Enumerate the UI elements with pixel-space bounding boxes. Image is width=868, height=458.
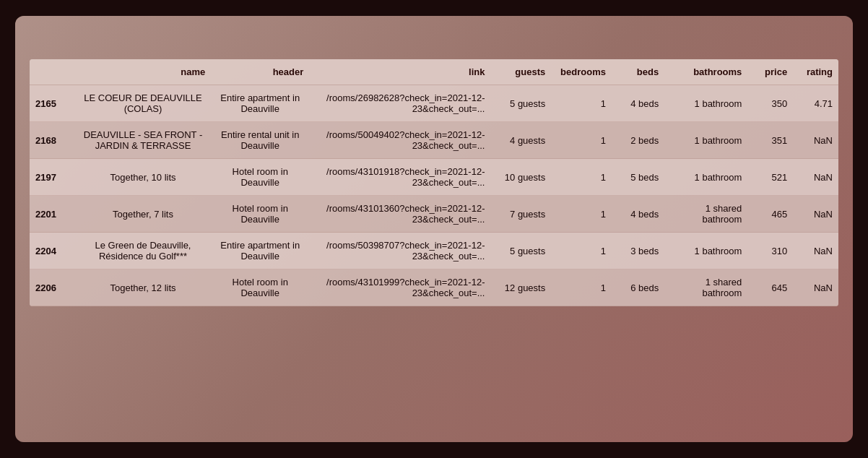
table-row: 2206Together, 12 litsHotel room in Deauv… [30, 269, 838, 306]
cell-row5-col2: Hotel room in Deauville [211, 269, 309, 306]
listings-table: name header link guests bedrooms beds ba… [30, 59, 838, 306]
cell-row1-col4: 4 guests [490, 122, 551, 159]
cell-row5-col0: 2206 [30, 269, 75, 306]
main-window: name header link guests bedrooms beds ba… [15, 16, 853, 442]
col-header-name: name [75, 59, 211, 85]
cell-row3-col5: 1 [551, 196, 612, 233]
col-header-bathrooms: bathrooms [664, 59, 747, 85]
cell-row0-col7: 1 bathroom [664, 85, 747, 122]
cell-row4-col8: 310 [747, 233, 793, 269]
cell-row4-col3: /rooms/50398707?check_in=2021-12-23&chec… [309, 233, 490, 269]
cell-row0-col2: Entire apartment in Deauville [211, 85, 309, 122]
cell-row2-col4: 10 guests [490, 159, 551, 196]
table-row: 2197Together, 10 litsHotel room in Deauv… [30, 159, 838, 196]
cell-row1-col1: DEAUVILLE - SEA FRONT - JARDIN & TERRASS… [75, 122, 211, 159]
cell-row4-col7: 1 bathroom [664, 233, 747, 269]
cell-row3-col4: 7 guests [490, 196, 551, 233]
cell-row5-col9: NaN [793, 269, 838, 306]
cell-row4-col4: 5 guests [490, 233, 551, 269]
cell-row0-col0: 2165 [30, 85, 75, 122]
col-header-header: header [211, 59, 309, 85]
col-header-link: link [309, 59, 490, 85]
cell-row0-col5: 1 [551, 85, 612, 122]
cell-row2-col2: Hotel room in Deauville [211, 159, 309, 196]
cell-row5-col5: 1 [551, 269, 612, 306]
col-header-guests: guests [490, 59, 551, 85]
cell-row0-col8: 350 [747, 85, 793, 122]
cell-row3-col2: Hotel room in Deauville [211, 196, 309, 233]
cell-row4-col6: 3 beds [612, 233, 664, 269]
cell-row4-col2: Entire apartment in Deauville [211, 233, 309, 269]
cell-row0-col6: 4 beds [612, 85, 664, 122]
cell-row5-col3: /rooms/43101999?check_in=2021-12-23&chec… [309, 269, 490, 306]
cell-row4-col9: NaN [793, 233, 838, 269]
cell-row2-col1: Together, 10 lits [75, 159, 211, 196]
cell-row2-col5: 1 [551, 159, 612, 196]
cell-row3-col1: Together, 7 lits [75, 196, 211, 233]
col-header-id [30, 59, 75, 85]
cell-row4-col5: 1 [551, 233, 612, 269]
col-header-beds: beds [612, 59, 664, 85]
cell-row5-col1: Together, 12 lits [75, 269, 211, 306]
cell-row1-col2: Entire rental unit in Deauville [211, 122, 309, 159]
cell-row2-col7: 1 bathroom [664, 159, 747, 196]
cell-row1-col9: NaN [793, 122, 838, 159]
cell-row4-col0: 2204 [30, 233, 75, 269]
cell-row0-col3: /rooms/26982628?check_in=2021-12-23&chec… [309, 85, 490, 122]
table-row: 2168DEAUVILLE - SEA FRONT - JARDIN & TER… [30, 122, 838, 159]
cell-row1-col5: 1 [551, 122, 612, 159]
cell-row1-col6: 2 beds [612, 122, 664, 159]
table-row: 2201Together, 7 litsHotel room in Deauvi… [30, 196, 838, 233]
col-header-bedrooms: bedrooms [551, 59, 612, 85]
col-header-rating: rating [793, 59, 838, 85]
cell-row2-col0: 2197 [30, 159, 75, 196]
cell-row4-col1: Le Green de Deauville, Résidence du Golf… [75, 233, 211, 269]
cell-row3-col9: NaN [793, 196, 838, 233]
cell-row1-col3: /rooms/50049402?check_in=2021-12-23&chec… [309, 122, 490, 159]
cell-row1-col0: 2168 [30, 122, 75, 159]
cell-row5-col8: 645 [747, 269, 793, 306]
table-row: 2165LE COEUR DE DEAUVILLE (COLAS)Entire … [30, 85, 838, 122]
cell-row3-col3: /rooms/43101360?check_in=2021-12-23&chec… [309, 196, 490, 233]
cell-row5-col4: 12 guests [490, 269, 551, 306]
table-row: 2204Le Green de Deauville, Résidence du … [30, 233, 838, 269]
cell-row1-col7: 1 bathroom [664, 122, 747, 159]
data-table-container: name header link guests bedrooms beds ba… [30, 59, 838, 306]
cell-row3-col6: 4 beds [612, 196, 664, 233]
table-header-row: name header link guests bedrooms beds ba… [30, 59, 838, 85]
cell-row0-col9: 4.71 [793, 85, 838, 122]
cell-row2-col9: NaN [793, 159, 838, 196]
cell-row5-col6: 6 beds [612, 269, 664, 306]
cell-row0-col1: LE COEUR DE DEAUVILLE (COLAS) [75, 85, 211, 122]
cell-row3-col7: 1 shared bathroom [664, 196, 747, 233]
cell-row3-col8: 465 [747, 196, 793, 233]
cell-row3-col0: 2201 [30, 196, 75, 233]
cell-row1-col8: 351 [747, 122, 793, 159]
cell-row2-col8: 521 [747, 159, 793, 196]
col-header-price: price [747, 59, 793, 85]
cell-row5-col7: 1 shared bathroom [664, 269, 747, 306]
cell-row2-col6: 5 beds [612, 159, 664, 196]
cell-row0-col4: 5 guests [490, 85, 551, 122]
cell-row2-col3: /rooms/43101918?check_in=2021-12-23&chec… [309, 159, 490, 196]
table-body: 2165LE COEUR DE DEAUVILLE (COLAS)Entire … [30, 85, 838, 306]
